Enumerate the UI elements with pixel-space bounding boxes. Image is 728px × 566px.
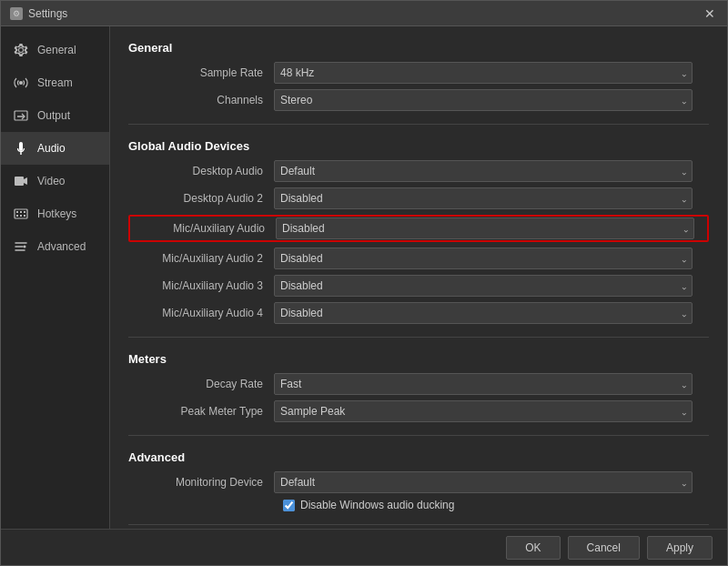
- sidebar-item-general[interactable]: General: [1, 34, 109, 66]
- window-title: Settings: [28, 7, 67, 20]
- apply-button[interactable]: Apply: [647, 536, 713, 560]
- svg-rect-6: [16, 211, 18, 213]
- svg-rect-9: [16, 215, 18, 217]
- row-desktop-audio-2: Desktop Audio 2 Disabled: [128, 187, 709, 209]
- label-desktop-audio-2: Desktop Audio 2: [128, 192, 274, 205]
- control-sample-rate: 48 kHz: [274, 62, 693, 84]
- video-icon: [12, 172, 30, 190]
- control-desktop-audio: Default: [274, 160, 693, 182]
- svg-rect-4: [15, 177, 24, 186]
- control-monitoring-device: Default: [274, 471, 693, 493]
- select-wrapper-mic-aux-audio: Disabled: [276, 217, 694, 239]
- sidebar-label-audio: Audio: [37, 142, 66, 155]
- section-title-global-audio: Global Audio Devices: [128, 139, 709, 153]
- settings-window: ⚙ Settings ✕ General: [0, 0, 728, 566]
- section-general: General Sample Rate 48 kHz Channels: [110, 26, 727, 124]
- audio-icon: [12, 139, 30, 157]
- select-mic-aux-audio-2[interactable]: Disabled: [274, 248, 693, 269]
- row-audio-ducking: Disable Windows audio ducking: [283, 499, 709, 511]
- select-sample-rate[interactable]: 48 kHz: [274, 62, 693, 84]
- advanced-icon: [12, 238, 30, 256]
- sidebar-label-hotkeys: Hotkeys: [37, 207, 76, 220]
- control-decay-rate: Fast: [274, 373, 693, 395]
- svg-rect-10: [20, 215, 22, 217]
- select-wrapper-channels: Stereo: [274, 89, 693, 111]
- label-desktop-audio: Desktop Audio: [128, 165, 274, 177]
- select-channels[interactable]: Stereo: [274, 89, 693, 111]
- control-desktop-audio-2: Disabled: [274, 187, 693, 209]
- svg-rect-7: [20, 211, 22, 213]
- control-peak-meter-type: Sample Peak: [274, 400, 693, 422]
- section-advanced: Advanced Monitoring Device Default Disab…: [110, 436, 727, 524]
- label-audio-ducking: Disable Windows audio ducking: [300, 499, 454, 511]
- svg-rect-1: [15, 111, 27, 120]
- row-peak-meter-type: Peak Meter Type Sample Peak: [128, 400, 709, 422]
- sidebar-item-stream[interactable]: Stream: [1, 66, 109, 99]
- ok-button[interactable]: OK: [506, 536, 560, 560]
- output-icon: [12, 106, 30, 125]
- cancel-button[interactable]: Cancel: [568, 536, 640, 560]
- titlebar-left: ⚙ Settings: [10, 7, 67, 20]
- select-wrapper-desktop-audio: Default: [274, 160, 693, 182]
- sidebar-item-audio[interactable]: Audio: [1, 132, 109, 165]
- select-mic-aux-audio-4[interactable]: Disabled: [274, 302, 693, 324]
- select-desktop-audio-2[interactable]: Disabled: [274, 187, 693, 209]
- select-wrapper-mic-aux-audio-2: Disabled: [274, 248, 693, 269]
- row-decay-rate: Decay Rate Fast: [128, 373, 709, 395]
- hotkeys-icon: [12, 205, 30, 223]
- label-mic-aux-audio-4: Mic/Auxiliary Audio 4: [128, 307, 274, 319]
- sidebar-item-advanced[interactable]: Advanced: [1, 230, 109, 263]
- control-mic-aux-audio-3: Disabled: [274, 275, 693, 297]
- select-monitoring-device[interactable]: Default: [274, 471, 693, 493]
- control-mic-aux-audio: Disabled: [276, 217, 694, 239]
- stream-icon: [12, 74, 30, 92]
- select-wrapper-sample-rate: 48 kHz: [274, 62, 693, 84]
- select-mic-aux-audio-3[interactable]: Disabled: [274, 275, 693, 297]
- svg-rect-5: [15, 209, 27, 218]
- titlebar: ⚙ Settings ✕: [1, 1, 727, 26]
- bottom-bar: OK Cancel Apply: [1, 529, 727, 565]
- select-wrapper-monitoring-device: Default: [274, 471, 693, 493]
- gear-icon: [12, 41, 30, 59]
- sidebar-item-output[interactable]: Output: [1, 99, 109, 132]
- label-peak-meter-type: Peak Meter Type: [128, 405, 274, 418]
- svg-rect-8: [24, 211, 25, 213]
- main-content: General Stream: [1, 26, 727, 529]
- label-mic-aux-audio-3: Mic/Auxiliary Audio 3: [128, 279, 274, 292]
- checkbox-audio-ducking[interactable]: [283, 500, 295, 511]
- label-mic-aux-audio-2: Mic/Auxiliary Audio 2: [128, 252, 274, 265]
- section-title-meters: Meters: [128, 352, 709, 366]
- section-title-advanced: Advanced: [128, 450, 709, 464]
- section-title-general: General: [128, 41, 709, 55]
- row-mic-aux-audio-3: Mic/Auxiliary Audio 3 Disabled: [128, 275, 709, 297]
- select-wrapper-mic-aux-audio-4: Disabled: [274, 302, 693, 324]
- sidebar-label-general: General: [37, 44, 76, 56]
- select-wrapper-desktop-audio-2: Disabled: [274, 187, 693, 209]
- select-decay-rate[interactable]: Fast: [274, 373, 693, 395]
- row-sample-rate: Sample Rate 48 kHz: [128, 62, 709, 84]
- row-channels: Channels Stereo: [128, 89, 709, 111]
- sidebar-label-advanced: Advanced: [37, 240, 86, 253]
- select-mic-aux-audio[interactable]: Disabled: [276, 217, 694, 239]
- row-mic-aux-audio: Mic/Auxiliary Audio Disabled: [128, 215, 709, 242]
- svg-rect-11: [24, 215, 25, 217]
- row-desktop-audio: Desktop Audio Default: [128, 160, 709, 182]
- row-mic-aux-audio-2: Mic/Auxiliary Audio 2 Disabled: [128, 248, 709, 269]
- sidebar-label-video: Video: [37, 175, 65, 187]
- sidebar-item-video[interactable]: Video: [1, 165, 109, 197]
- section-meters: Meters Decay Rate Fast Peak Meter Type: [110, 338, 727, 435]
- row-mic-aux-audio-4: Mic/Auxiliary Audio 4 Disabled: [128, 302, 709, 324]
- sidebar-label-output: Output: [37, 109, 70, 122]
- select-wrapper-decay-rate: Fast: [274, 373, 693, 395]
- control-mic-aux-audio-4: Disabled: [274, 302, 693, 324]
- select-desktop-audio[interactable]: Default: [274, 160, 693, 182]
- sidebar-item-hotkeys[interactable]: Hotkeys: [1, 197, 109, 230]
- section-global-audio: Global Audio Devices Desktop Audio Defau…: [110, 125, 727, 337]
- select-wrapper-mic-aux-audio-3: Disabled: [274, 275, 693, 297]
- label-decay-rate: Decay Rate: [128, 378, 274, 390]
- label-channels: Channels: [128, 94, 274, 106]
- select-wrapper-peak-meter-type: Sample Peak: [274, 400, 693, 422]
- close-button[interactable]: ✕: [702, 5, 718, 22]
- select-peak-meter-type[interactable]: Sample Peak: [274, 400, 693, 422]
- label-mic-aux-audio: Mic/Auxiliary Audio: [130, 222, 276, 235]
